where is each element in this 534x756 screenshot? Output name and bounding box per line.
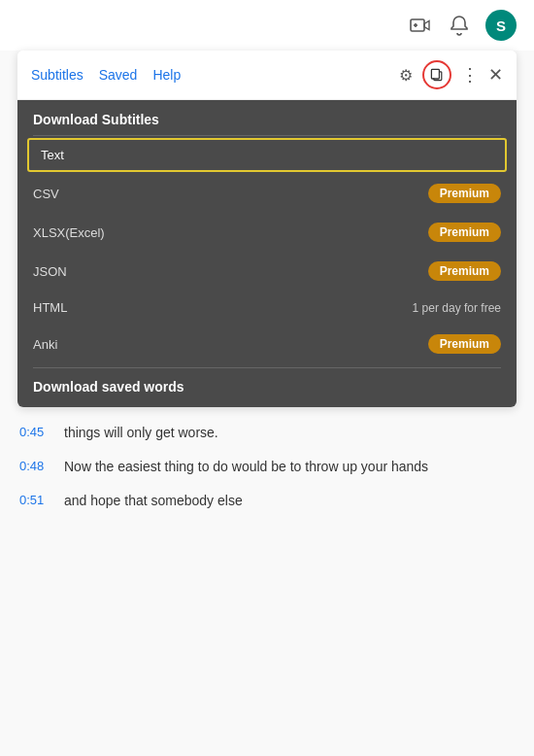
panel-body: Download Subtitles Text CSV Premium XLSX… (17, 100, 517, 407)
top-bar: S (0, 0, 534, 51)
format-label-anki: Anki (33, 337, 57, 352)
subtitle-line-3: 0:51 and hope that somebody else (19, 491, 515, 511)
more-options-icon[interactable]: ⋮ (461, 66, 479, 84)
avatar[interactable]: S (485, 10, 517, 41)
format-row-csv[interactable]: CSV Premium (17, 174, 517, 213)
subtitle-text-3: and hope that somebody else (64, 491, 243, 511)
timestamp-2[interactable]: 0:48 (19, 459, 49, 473)
tab-help[interactable]: Help (152, 67, 181, 83)
tab-saved[interactable]: Saved (99, 67, 138, 83)
premium-badge-anki: Premium (428, 334, 501, 354)
format-label-xlsx: XLSX(Excel) (33, 225, 105, 240)
download-saved-title: Download saved words (33, 379, 184, 395)
timestamp-3[interactable]: 0:51 (19, 493, 49, 507)
gear-icon[interactable]: ⚙ (399, 66, 413, 85)
export-button[interactable] (422, 60, 451, 89)
subtitle-line-1: 0:45 things will only get worse. (19, 423, 515, 443)
add-video-icon[interactable] (408, 13, 433, 38)
premium-badge-csv: Premium (428, 184, 501, 203)
svg-rect-3 (431, 69, 439, 79)
download-panel: Subtitles Saved Help ⚙ ⋮ ✕ Download Subt… (17, 51, 517, 407)
divider-top (33, 135, 501, 136)
format-label-csv: CSV (33, 187, 59, 201)
format-label-html: HTML (33, 300, 67, 315)
format-label-json: JSON (33, 264, 67, 279)
format-row-text[interactable]: Text (27, 138, 507, 172)
close-icon[interactable]: ✕ (488, 64, 503, 86)
subtitle-text-1: things will only get worse. (64, 423, 218, 443)
premium-badge-json: Premium (428, 261, 501, 281)
subtitle-text-2: Now the easiest thing to do would be to … (64, 457, 428, 477)
notification-icon[interactable] (447, 13, 472, 38)
subtitles-area: 0:45 things will only get worse. 0:48 No… (0, 423, 534, 511)
tab-subtitles[interactable]: Subtitles (31, 67, 83, 83)
subtitle-line-2: 0:48 Now the easiest thing to do would b… (19, 457, 515, 477)
timestamp-1[interactable]: 0:45 (19, 425, 49, 439)
format-label-text: Text (41, 148, 64, 162)
format-row-anki[interactable]: Anki Premium (17, 325, 517, 363)
panel-header: Subtitles Saved Help ⚙ ⋮ ✕ (17, 51, 517, 100)
download-saved-section: Download saved words (17, 368, 517, 407)
format-row-json[interactable]: JSON Premium (17, 252, 517, 291)
format-row-html[interactable]: HTML 1 per day for free (17, 291, 517, 325)
panel-header-actions: ⚙ ⋮ ✕ (399, 60, 503, 89)
premium-badge-xlsx: Premium (428, 223, 501, 242)
format-row-xlsx[interactable]: XLSX(Excel) Premium (17, 213, 517, 252)
download-subtitles-title: Download Subtitles (17, 100, 517, 135)
free-label-html: 1 per day for free (413, 301, 501, 315)
